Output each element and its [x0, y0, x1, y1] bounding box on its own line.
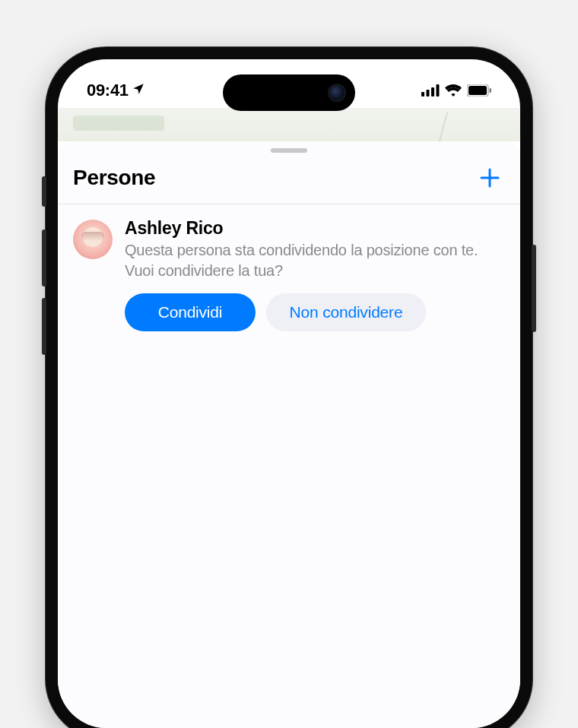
side-button-power	[532, 245, 536, 332]
sheet-title: Persone	[73, 166, 155, 190]
side-button-volume-down	[42, 298, 46, 355]
svg-rect-5	[468, 86, 487, 95]
person-message: Questa persona sta condividendo la posiz…	[125, 240, 505, 281]
phone-screen: 09:41	[58, 59, 520, 728]
people-sheet: Persone Ashley Rico Questa persona sta c…	[58, 141, 520, 728]
plus-icon	[478, 166, 501, 189]
status-time: 09:41	[87, 81, 129, 100]
person-name: Ashley Rico	[125, 218, 505, 239]
side-button-volume-up	[42, 229, 46, 286]
avatar	[73, 220, 113, 259]
status-bar-right	[421, 84, 491, 97]
battery-icon	[467, 84, 491, 97]
cellular-signal-icon	[421, 84, 440, 97]
person-content: Ashley Rico Questa persona sta condivide…	[125, 218, 505, 331]
person-row[interactable]: Ashley Rico Questa persona sta condivide…	[58, 204, 520, 347]
svg-rect-3	[437, 84, 440, 97]
share-button-row: Condividi Non condivide­re	[125, 293, 505, 331]
dont-share-button[interactable]: Non condivide­re	[266, 293, 426, 331]
svg-rect-2	[431, 87, 434, 97]
add-person-button[interactable]	[475, 163, 505, 193]
svg-rect-0	[421, 92, 424, 97]
svg-rect-1	[427, 90, 430, 97]
svg-rect-6	[490, 88, 492, 93]
share-button[interactable]: Condividi	[125, 293, 256, 331]
status-bar-left: 09:41	[87, 81, 145, 100]
wifi-icon	[445, 84, 462, 97]
side-button-silent	[42, 176, 46, 207]
dynamic-island	[223, 74, 355, 111]
map-background[interactable]	[58, 108, 520, 141]
location-services-icon	[132, 81, 145, 100]
front-camera-icon	[329, 85, 345, 100]
phone-frame: 09:41	[46, 47, 532, 728]
sheet-grabber[interactable]	[271, 148, 307, 153]
